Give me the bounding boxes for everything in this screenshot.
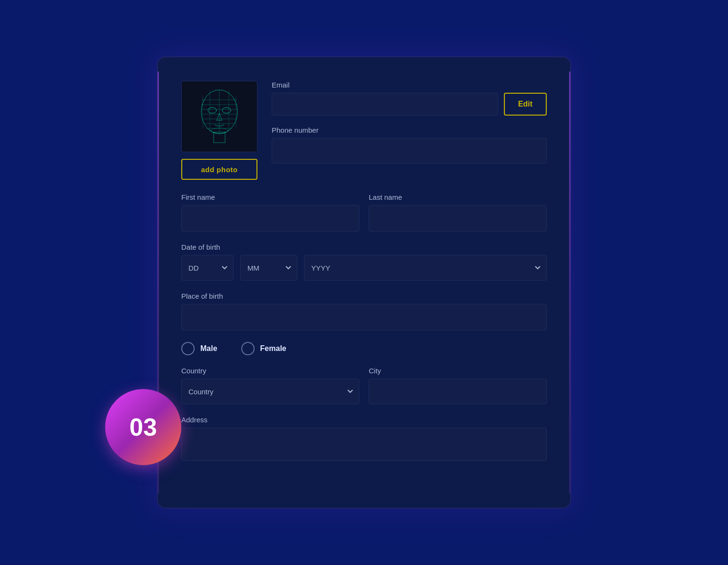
last-name-input[interactable] — [369, 205, 547, 232]
avatar-box — [181, 81, 257, 152]
edit-button[interactable]: Edit — [504, 93, 547, 116]
top-section: add photo Email Edit Phone number — [181, 81, 547, 180]
gender-female-radio[interactable] — [241, 342, 255, 355]
gender-female-option[interactable]: Female — [241, 342, 286, 355]
country-group: Country Country — [181, 367, 359, 404]
svg-point-14 — [208, 107, 216, 113]
gender-male-option[interactable]: Male — [181, 342, 217, 355]
dob-year-select[interactable]: YYYY — [304, 255, 547, 281]
email-label: Email — [272, 81, 547, 89]
email-input[interactable] — [272, 93, 498, 116]
country-select[interactable]: Country — [181, 379, 359, 404]
place-of-birth-label: Place of birth — [181, 292, 547, 300]
dob-row: DD MM YYYY — [181, 255, 547, 281]
phone-group: Phone number — [272, 126, 547, 164]
name-section: First name Last name — [181, 193, 547, 232]
dob-month-select[interactable]: MM — [240, 255, 297, 281]
country-label: Country — [181, 367, 359, 375]
country-select-wrapper: Country — [181, 379, 359, 404]
gender-female-label: Female — [260, 344, 286, 353]
last-name-label: Last name — [369, 193, 547, 201]
first-name-label: First name — [181, 193, 359, 201]
left-column: add photo — [181, 81, 257, 180]
city-input[interactable] — [369, 379, 547, 404]
avatar-wireframe — [188, 86, 250, 147]
gender-section: Male Female — [181, 342, 547, 355]
city-label: City — [369, 367, 547, 375]
last-name-group: Last name — [369, 193, 547, 232]
dob-day-select[interactable]: DD — [181, 255, 234, 281]
phone-label: Phone number — [272, 126, 547, 134]
phone-input[interactable] — [272, 138, 547, 164]
country-city-section: Country Country City — [181, 367, 547, 404]
dob-label: Date of birth — [181, 243, 547, 251]
address-section: Address — [181, 416, 547, 463]
gender-male-radio[interactable] — [181, 342, 195, 355]
dob-section: Date of birth DD MM YYYY — [181, 243, 547, 281]
address-input[interactable] — [181, 428, 547, 461]
step-number: 03 — [129, 413, 157, 441]
step-badge: 03 — [105, 389, 181, 465]
email-row: Edit — [272, 93, 547, 116]
place-of-birth-input[interactable] — [181, 304, 547, 331]
right-column: Email Edit Phone number — [272, 81, 547, 180]
profile-card: 03 — [157, 57, 571, 508]
address-label: Address — [181, 416, 547, 424]
gender-male-label: Male — [200, 344, 217, 353]
city-group: City — [369, 367, 547, 404]
svg-point-15 — [222, 107, 231, 113]
add-photo-button[interactable]: add photo — [181, 159, 257, 180]
first-name-group: First name — [181, 193, 359, 232]
place-of-birth-section: Place of birth — [181, 292, 547, 331]
email-group: Email Edit — [272, 81, 547, 116]
first-name-input[interactable] — [181, 205, 359, 232]
page-wrapper: 03 — [0, 0, 728, 565]
